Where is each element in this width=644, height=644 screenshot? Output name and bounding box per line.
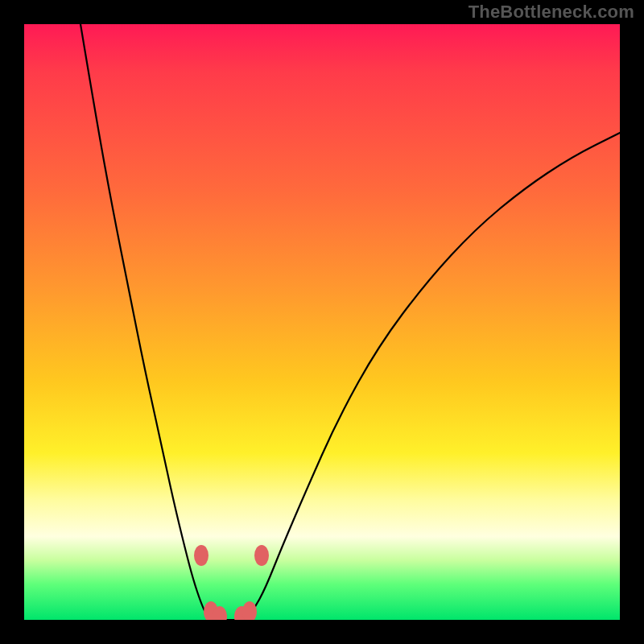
- curve-marker: [254, 545, 269, 566]
- chart-frame: TheBottleneck.com: [0, 0, 644, 644]
- curve-marker: [194, 545, 208, 566]
- curve-marker: [242, 601, 257, 620]
- plot-area: [24, 24, 620, 620]
- curve-left-branch: [80, 24, 213, 620]
- curve-layer: [24, 24, 620, 620]
- marker-group: [194, 545, 269, 620]
- curve-right-branch: [246, 133, 620, 620]
- watermark-text: TheBottleneck.com: [469, 2, 634, 23]
